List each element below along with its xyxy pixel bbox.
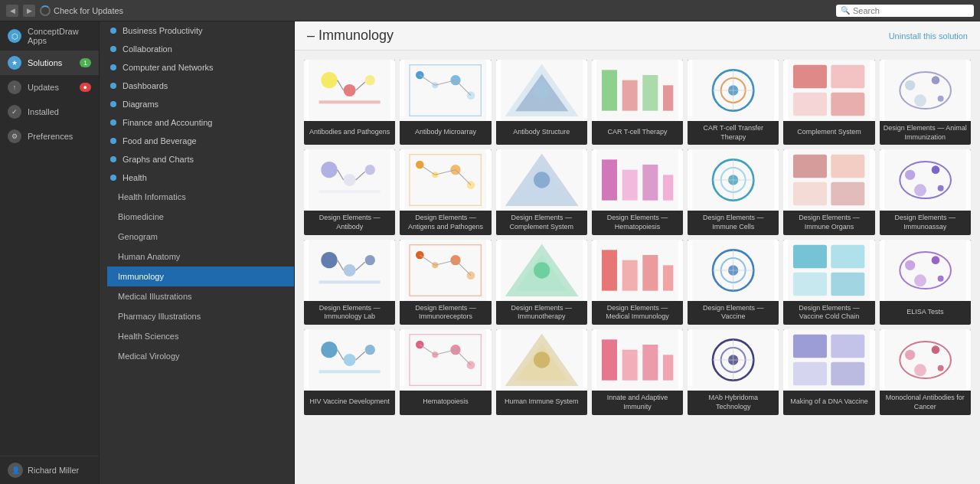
grid-item[interactable]: MAb Hybridoma Technology — [688, 329, 779, 414]
svg-point-1 — [321, 72, 337, 88]
sidebar-item-updates[interactable]: ↑ Updates ● — [0, 75, 99, 100]
grid-item-label: Design Elements — Antigens and Pathogens — [400, 211, 491, 234]
svg-point-38 — [905, 80, 915, 90]
grid-item-label: Antibody Structure — [496, 121, 587, 144]
svg-point-124 — [914, 274, 926, 286]
back-button[interactable]: ◀ — [6, 5, 18, 17]
grid-item[interactable]: Human Immune System — [496, 329, 587, 414]
grid-item[interactable]: Antibody Structure — [496, 60, 587, 145]
svg-point-19 — [534, 82, 550, 98]
check-updates-label: Check for Updates — [54, 6, 123, 15]
grid-item[interactable]: Antibody Microarray — [400, 60, 491, 145]
check-updates-button[interactable]: Check for Updates — [40, 5, 123, 16]
svg-point-165 — [931, 345, 939, 354]
cat-health[interactable]: Health — [100, 168, 294, 187]
svg-point-167 — [937, 365, 943, 371]
grid-thumbnail — [304, 149, 395, 211]
grid-item[interactable]: Design Elements — Antigens and Pathogens — [400, 149, 491, 234]
grid-thumbnail — [400, 240, 491, 301]
grid-item-label: ELISA Tests — [880, 301, 971, 324]
sub-health-informatics[interactable]: Health Informatics — [107, 187, 294, 207]
uninstall-link[interactable]: Uninstall this solution — [889, 31, 968, 41]
search-input[interactable] — [853, 6, 969, 15]
svg-point-87 — [365, 255, 375, 265]
grid-item[interactable]: Antibodies and Pathogens — [304, 60, 395, 145]
grid-item[interactable]: Design Elements — Animal Immunization — [880, 60, 971, 145]
grid-item[interactable]: Design Elements — Immune Organs — [783, 149, 874, 234]
grid-item[interactable]: Design Elements — Complement System — [496, 149, 587, 234]
svg-point-51 — [416, 161, 424, 169]
grid-item[interactable]: Innate and Adaptive Immunity — [592, 329, 683, 414]
cat-dashboards[interactable]: Dashboards — [100, 77, 294, 95]
grid-item[interactable]: HIV Vaccine Development — [304, 329, 395, 414]
svg-rect-148 — [622, 350, 637, 381]
svg-rect-64 — [622, 170, 637, 201]
grid-item[interactable]: Design Elements — Vaccine — [688, 240, 779, 325]
grid-item[interactable]: ELISA Tests — [880, 240, 971, 325]
sub-human-anatomy[interactable]: Human Anatomy — [107, 247, 294, 267]
grid-item-label: Monoclonal Antibodies for Cancer — [880, 391, 971, 414]
sub-immunology[interactable]: Immunology — [107, 267, 294, 286]
grid-item-label: Design Elements — Vaccine Cold Chain — [783, 301, 874, 325]
grid-item[interactable]: Design Elements — Immunoassay — [880, 149, 971, 234]
grid-item[interactable]: Design Elements — Immunoreceptors — [400, 240, 491, 325]
category-panel: Business Productivity Collaboration Comp… — [100, 21, 295, 484]
svg-rect-66 — [663, 175, 673, 201]
grid-item[interactable]: Design Elements — Immunotherapy — [496, 240, 587, 325]
loading-spinner — [40, 5, 51, 16]
updates-icon: ↑ — [8, 80, 21, 94]
grid-item[interactable]: Making of a DNA Vaccine — [783, 329, 874, 414]
sidebar-item-preferences[interactable]: ⚙ Preferences — [0, 124, 99, 149]
cat-label: Graphs and Charts — [122, 155, 194, 164]
grid-item[interactable]: Design Elements — Immunology Lab — [304, 240, 395, 325]
svg-point-44 — [344, 174, 356, 186]
sidebar-installed-label: Installed — [28, 107, 59, 116]
cat-food[interactable]: Food and Beverage — [100, 132, 294, 150]
svg-point-82 — [914, 185, 926, 197]
grid-item[interactable]: Design Elements — Immune Cells — [688, 149, 779, 234]
grid-item-label: Design Elements — Immunoassay — [880, 211, 971, 234]
sub-pharmacy-illustrations[interactable]: Pharmacy Illustrations — [107, 306, 294, 326]
grid-item-label: Design Elements — Immunotherapy — [496, 301, 587, 325]
grid-item-label: Design Elements — Animal Immunization — [880, 121, 971, 145]
sidebar-item-solutions[interactable]: ★ Solutions 1 — [0, 51, 99, 75]
grid-item[interactable]: Design Elements — Vaccine Cold Chain — [783, 240, 874, 325]
forward-button[interactable]: ▶ — [23, 5, 35, 17]
svg-rect-162 — [884, 329, 966, 391]
cat-finance[interactable]: Finance and Accounting — [100, 113, 294, 132]
grid-item[interactable]: Complement System — [783, 60, 874, 145]
sidebar-item-installed[interactable]: ✓ Installed — [0, 100, 99, 124]
svg-point-83 — [937, 185, 943, 191]
grid-item[interactable]: Monoclonal Antibodies for Cancer — [880, 329, 971, 414]
grid-item[interactable]: CAR T-cell Transfer Therapy — [688, 60, 779, 145]
sidebar-item-apps[interactable]: ⬡ ConceptDraw Apps — [0, 21, 99, 51]
grid-thumbnail — [880, 149, 971, 211]
grid-item[interactable]: CAR T-cell Therapy — [592, 60, 683, 145]
sub-medical-virology[interactable]: Medical Virology — [107, 346, 294, 366]
sub-genogram[interactable]: Genogram — [107, 227, 294, 247]
sub-health-sciences[interactable]: Health Sciences — [107, 326, 294, 346]
grid-thumbnail — [688, 240, 779, 301]
grid-item[interactable]: Design Elements — Antibody — [304, 149, 395, 234]
grid-item-label: Design Elements — Vaccine — [688, 301, 779, 325]
cat-computer-networks[interactable]: Computer and Networks — [100, 58, 294, 77]
svg-rect-32 — [793, 65, 827, 89]
cat-graphs[interactable]: Graphs and Charts — [100, 150, 294, 168]
cat-business-productivity[interactable]: Business Productivity — [100, 21, 294, 40]
svg-rect-63 — [602, 160, 617, 201]
sub-medical-illustrations[interactable]: Medical Illustrations — [107, 286, 294, 306]
svg-rect-150 — [663, 355, 673, 380]
grid-item[interactable]: Design Elements — Medical Immunology — [592, 240, 683, 325]
grid-item[interactable]: Design Elements — Hematopoiesis — [592, 149, 683, 234]
search-box[interactable]: 🔍 — [836, 5, 974, 17]
cat-diagrams[interactable]: Diagrams — [100, 95, 294, 113]
grid-item[interactable]: Hematopoiesis — [400, 329, 491, 414]
sub-biomedicine[interactable]: Biomedicine — [107, 207, 294, 227]
svg-rect-119 — [831, 272, 865, 296]
svg-rect-48 — [319, 191, 381, 194]
svg-rect-22 — [622, 80, 637, 111]
user-profile: 👤 Richard Miller — [0, 456, 99, 484]
sidebar-solutions-label: Solutions — [28, 58, 62, 67]
cat-collaboration[interactable]: Collaboration — [100, 40, 294, 58]
svg-rect-34 — [793, 93, 827, 116]
